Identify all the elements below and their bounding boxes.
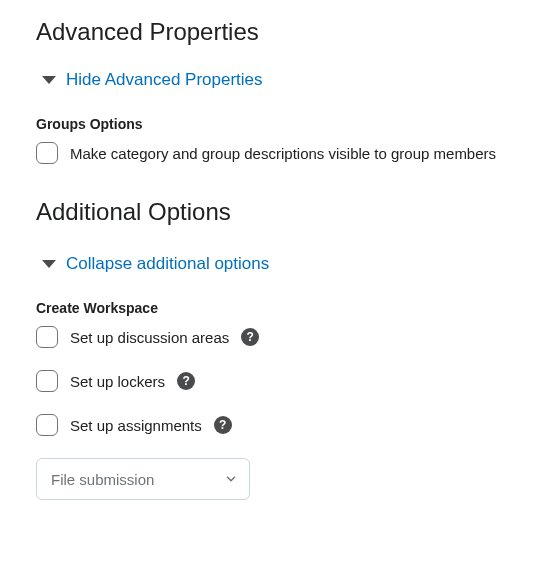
- hide-advanced-properties-toggle[interactable]: Hide Advanced Properties: [36, 70, 519, 90]
- chevron-down-icon: [42, 260, 56, 268]
- discussion-areas-row: Set up discussion areas ?: [36, 326, 519, 348]
- collapse-additional-options-toggle[interactable]: Collapse additional options: [36, 254, 519, 274]
- help-icon[interactable]: ?: [241, 328, 259, 346]
- additional-options-heading: Additional Options: [36, 198, 519, 226]
- assignments-row: Set up assignments ?: [36, 414, 519, 436]
- lockers-checkbox[interactable]: [36, 370, 58, 392]
- create-workspace-heading: Create Workspace: [36, 300, 519, 316]
- assignments-label: Set up assignments: [70, 417, 202, 434]
- help-icon[interactable]: ?: [214, 416, 232, 434]
- collapse-additional-options-label: Collapse additional options: [66, 254, 269, 274]
- visible-descriptions-row: Make category and group descriptions vis…: [36, 142, 519, 164]
- visible-descriptions-checkbox[interactable]: [36, 142, 58, 164]
- advanced-properties-heading: Advanced Properties: [36, 18, 519, 46]
- groups-options-heading: Groups Options: [36, 116, 519, 132]
- submission-type-select-wrap: File submission: [36, 458, 250, 500]
- assignments-checkbox[interactable]: [36, 414, 58, 436]
- discussion-areas-checkbox[interactable]: [36, 326, 58, 348]
- lockers-label: Set up lockers: [70, 373, 165, 390]
- submission-type-select[interactable]: File submission: [36, 458, 250, 500]
- lockers-row: Set up lockers ?: [36, 370, 519, 392]
- hide-advanced-properties-label: Hide Advanced Properties: [66, 70, 263, 90]
- visible-descriptions-label: Make category and group descriptions vis…: [70, 145, 496, 162]
- submission-type-selected: File submission: [51, 471, 154, 488]
- help-icon[interactable]: ?: [177, 372, 195, 390]
- discussion-areas-label: Set up discussion areas: [70, 329, 229, 346]
- chevron-down-icon: [42, 76, 56, 84]
